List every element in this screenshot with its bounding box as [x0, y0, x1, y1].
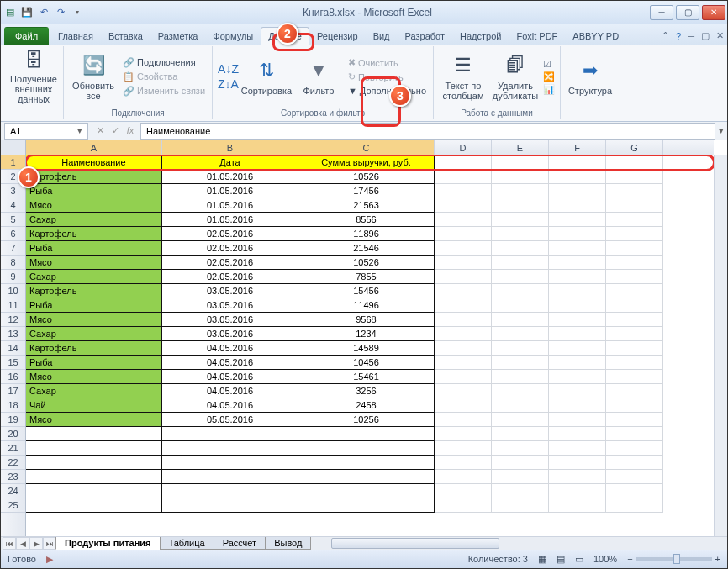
cell-D7[interactable] [435, 241, 492, 256]
qa-dropdown-icon[interactable]: ▾ [70, 5, 85, 20]
cell-A7[interactable]: Рыба [26, 241, 162, 256]
cell-F13[interactable] [549, 327, 606, 341]
tab-вид[interactable]: Вид [366, 27, 398, 45]
redo-icon[interactable]: ↷ [53, 5, 68, 20]
cell-E6[interactable] [492, 227, 549, 241]
connections-button[interactable]: 🔗Подключения [121, 56, 207, 69]
tab-разработ[interactable]: Разработ [398, 27, 452, 45]
macros-icon[interactable]: ▶ [46, 554, 53, 565]
cell-F1[interactable] [549, 155, 606, 170]
cell-F21[interactable] [549, 441, 606, 456]
close-button[interactable]: ✕ [702, 5, 725, 20]
datatools-2[interactable]: 🔀 [543, 71, 555, 82]
cell-D15[interactable] [435, 356, 492, 370]
view-pagebreak-button[interactable]: ▭ [575, 554, 583, 565]
cell-B22[interactable] [162, 456, 298, 470]
cell-B9[interactable]: 02.05.2016 [162, 270, 298, 284]
cell-E14[interactable] [492, 341, 549, 356]
sheet-tab-1[interactable]: Таблица [160, 537, 214, 550]
expand-formula-icon[interactable]: ▾ [715, 125, 727, 136]
cell-E10[interactable] [492, 284, 549, 298]
cell-D22[interactable] [435, 456, 492, 470]
worksheet-grid[interactable]: ABCDEFG 12345678910111213141516171819202… [1, 140, 727, 550]
cell-F10[interactable] [549, 284, 606, 298]
cell-E7[interactable] [492, 241, 549, 256]
cell-D23[interactable] [435, 470, 492, 484]
cell-B17[interactable]: 04.05.2016 [162, 384, 298, 398]
cell-E11[interactable] [492, 298, 549, 313]
cell-G21[interactable] [606, 441, 663, 456]
cell-B11[interactable]: 03.05.2016 [162, 298, 298, 313]
cell-B20[interactable] [162, 427, 298, 441]
cell-A15[interactable]: Рыба [26, 356, 162, 370]
row-head-10[interactable]: 10 [1, 284, 25, 298]
doc-min-icon[interactable]: ─ [684, 28, 698, 45]
cell-B1[interactable]: Дата [162, 155, 298, 170]
zoom-in-button[interactable]: + [715, 554, 720, 564]
cell-G23[interactable] [606, 470, 663, 484]
cell-A14[interactable]: Картофель [26, 341, 162, 356]
cell-E23[interactable] [492, 470, 549, 484]
cell-E20[interactable] [492, 427, 549, 441]
cell-F3[interactable] [549, 184, 606, 198]
col-head-E[interactable]: E [492, 140, 549, 155]
cell-G15[interactable] [606, 356, 663, 370]
cell-A4[interactable]: Мясо [26, 198, 162, 213]
sheet-tab-3[interactable]: Вывод [265, 537, 311, 550]
cell-E5[interactable] [492, 213, 549, 227]
cell-G4[interactable] [606, 198, 663, 213]
edit-links-button[interactable]: 🔗Изменить связи [121, 85, 207, 97]
cell-D10[interactable] [435, 284, 492, 298]
row-head-15[interactable]: 15 [1, 356, 25, 370]
cell-D17[interactable] [435, 384, 492, 398]
row-head-11[interactable]: 11 [1, 298, 25, 313]
cell-C21[interactable] [298, 441, 435, 456]
cell-C23[interactable] [298, 470, 435, 484]
cell-A20[interactable] [26, 427, 162, 441]
cell-D12[interactable] [435, 313, 492, 327]
cell-A6[interactable]: Картофель [26, 227, 162, 241]
tab-рецензир[interactable]: Рецензир [309, 27, 366, 45]
cell-A12[interactable]: Мясо [26, 313, 162, 327]
cell-C9[interactable]: 7855 [298, 270, 435, 284]
cell-C19[interactable]: 10256 [298, 413, 435, 427]
cell-B25[interactable] [162, 498, 298, 513]
row-head-14[interactable]: 14 [1, 341, 25, 356]
cell-F22[interactable] [549, 456, 606, 470]
cell-G22[interactable] [606, 456, 663, 470]
cell-C7[interactable]: 21546 [298, 241, 435, 256]
cell-D6[interactable] [435, 227, 492, 241]
cell-A9[interactable]: Сахар [26, 270, 162, 284]
cell-G24[interactable] [606, 484, 663, 498]
cell-B24[interactable] [162, 484, 298, 498]
cell-A8[interactable]: Мясо [26, 256, 162, 270]
cell-A2[interactable]: Картофель [26, 170, 162, 184]
cell-C4[interactable]: 21563 [298, 198, 435, 213]
tab-разметка[interactable]: Разметка [150, 27, 206, 45]
row-head-9[interactable]: 9 [1, 270, 25, 284]
cell-F5[interactable] [549, 213, 606, 227]
properties-button[interactable]: 📋Свойства [121, 71, 207, 83]
cell-F9[interactable] [549, 270, 606, 284]
sort-az-button[interactable]: A↓Z [218, 62, 239, 76]
cell-C20[interactable] [298, 427, 435, 441]
cell-F19[interactable] [549, 413, 606, 427]
name-box[interactable]: A1▾ [4, 123, 88, 140]
cell-E18[interactable] [492, 398, 549, 413]
cell-B15[interactable]: 04.05.2016 [162, 356, 298, 370]
cell-C25[interactable] [298, 498, 435, 513]
cell-A21[interactable] [26, 441, 162, 456]
outline-button[interactable]: ➡ Структура [566, 49, 615, 104]
horizontal-scrollbar[interactable] [318, 537, 727, 550]
cell-E8[interactable] [492, 256, 549, 270]
cell-F24[interactable] [549, 484, 606, 498]
cell-A25[interactable] [26, 498, 162, 513]
cell-B5[interactable]: 01.05.2016 [162, 213, 298, 227]
view-normal-button[interactable]: ▦ [538, 554, 546, 565]
cell-G11[interactable] [606, 298, 663, 313]
cell-D24[interactable] [435, 484, 492, 498]
col-head-D[interactable]: D [435, 140, 492, 155]
row-head-12[interactable]: 12 [1, 313, 25, 327]
reapply-button[interactable]: ↻Повторить [346, 71, 428, 83]
cell-G8[interactable] [606, 256, 663, 270]
